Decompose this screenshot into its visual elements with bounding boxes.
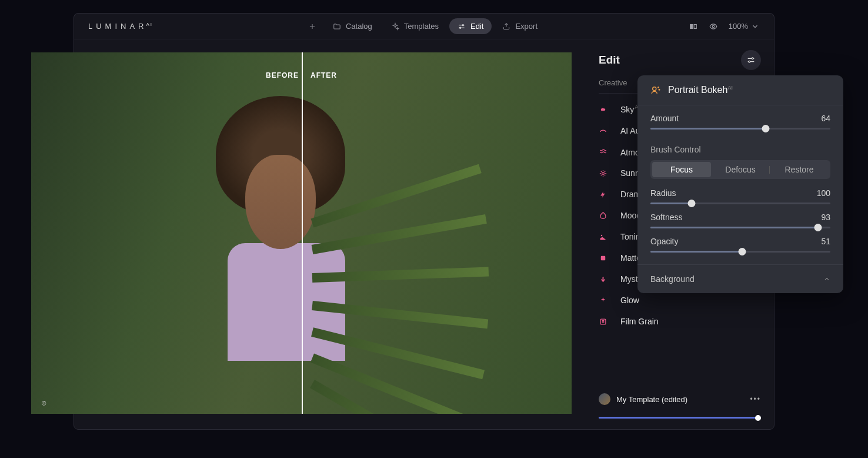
background-label: Background	[650, 274, 695, 284]
svg-point-0	[462, 24, 463, 25]
focus-tab[interactable]: Focus	[652, 162, 711, 177]
foliage	[248, 197, 572, 414]
svg-point-4	[712, 25, 715, 28]
svg-rect-3	[694, 24, 696, 28]
template-more-button[interactable]: •••	[750, 395, 761, 403]
effect-label: SkyAI	[620, 104, 640, 114]
opacity-slider[interactable]	[650, 251, 830, 253]
amount-slider[interactable]	[650, 128, 830, 130]
before-label: BEFORE	[266, 71, 299, 79]
svg-point-13	[659, 89, 660, 91]
template-row: My Template (edited) •••	[599, 386, 761, 419]
popup-header: Portrait BokehAI	[637, 75, 843, 105]
effect-icon	[599, 147, 607, 156]
svg-point-12	[658, 87, 659, 88]
svg-point-7	[602, 172, 605, 174]
effect-item-film-grain[interactable]: Film Grain	[599, 311, 761, 332]
effect-icon	[599, 126, 607, 135]
svg-point-1	[460, 27, 461, 28]
restore-tab[interactable]: Restore	[770, 162, 829, 177]
chevron-down-icon	[750, 22, 760, 31]
templates-tab[interactable]: Templates	[383, 18, 447, 34]
amount-value: 64	[821, 114, 830, 123]
effect-icon	[599, 169, 607, 178]
softness-label: Softness	[650, 213, 682, 222]
top-nav: Catalog Templates Edit Export	[302, 18, 546, 34]
portrait-bokeh-popup: Portrait BokehAI Amount 64 Brush Control…	[637, 75, 843, 293]
chevron-up-icon	[823, 276, 830, 283]
app-logo: LUMINARAI	[88, 22, 153, 31]
svg-rect-9	[601, 256, 606, 261]
export-icon	[502, 22, 510, 31]
edit-tab[interactable]: Edit	[449, 18, 492, 34]
defocus-tab[interactable]: Defocus	[711, 162, 770, 177]
topbar: LUMINARAI Catalog Templates Edit Export	[74, 14, 774, 39]
image-preview[interactable]: BEFORE AFTER ©	[31, 52, 572, 414]
template-name: My Template (edited)	[616, 395, 687, 404]
brush-mode-segment: Focus Defocus Restore	[650, 160, 830, 179]
svg-point-8	[601, 235, 603, 237]
effect-icon	[599, 254, 607, 263]
sliders-icon	[746, 55, 756, 65]
export-label: Export	[515, 22, 538, 31]
export-tab[interactable]: Export	[494, 18, 546, 34]
sparkle-icon	[391, 22, 399, 31]
folder-icon	[333, 22, 341, 31]
plus-icon	[308, 22, 316, 31]
radius-value: 100	[817, 188, 830, 198]
opacity-value: 51	[821, 237, 830, 246]
eye-icon[interactable]	[709, 22, 718, 31]
radius-label: Radius	[650, 188, 676, 198]
effect-icon	[599, 211, 607, 220]
catalog-tab[interactable]: Catalog	[325, 18, 380, 34]
brush-control-label: Brush Control	[637, 141, 843, 160]
panel-title: Edit	[599, 54, 620, 67]
effect-label: Glow	[620, 296, 639, 305]
amount-label: Amount	[650, 114, 679, 123]
effect-icon	[599, 233, 607, 241]
zoom-value: 100%	[729, 22, 748, 31]
before-after-divider[interactable]	[302, 52, 303, 414]
add-button[interactable]	[302, 19, 322, 34]
background-section[interactable]: Background	[637, 264, 843, 293]
softness-slider[interactable]	[650, 227, 830, 228]
top-right-controls: 100%	[689, 22, 760, 31]
amount-slider-row: Amount 64	[650, 114, 830, 130]
popup-title: Portrait BokehAI	[668, 85, 733, 95]
svg-rect-2	[690, 24, 693, 28]
softness-value: 93	[821, 213, 830, 222]
effect-icon	[599, 317, 607, 326]
opacity-label: Opacity	[650, 237, 678, 246]
radius-slider[interactable]	[650, 203, 830, 204]
templates-label: Templates	[404, 22, 439, 31]
copyright-label: ©	[42, 400, 46, 407]
effect-label: Film Grain	[620, 317, 659, 326]
zoom-dropdown[interactable]: 100%	[729, 22, 760, 31]
template-intensity-slider[interactable]	[599, 417, 761, 419]
after-label: AFTER	[311, 71, 337, 79]
catalog-label: Catalog	[346, 22, 372, 31]
compare-icon[interactable]	[689, 22, 698, 31]
svg-point-5	[752, 58, 753, 59]
effect-icon	[599, 296, 607, 305]
panel-settings-button[interactable]	[741, 50, 761, 70]
before-after-labels: BEFORE AFTER	[266, 71, 337, 79]
effect-icon	[599, 275, 607, 284]
template-thumbnail[interactable]	[599, 393, 610, 405]
effect-icon	[599, 105, 607, 114]
effect-icon	[599, 190, 607, 199]
edit-label: Edit	[470, 22, 483, 31]
portrait-bokeh-icon	[650, 85, 661, 95]
svg-point-6	[749, 61, 750, 62]
svg-point-11	[653, 87, 656, 91]
sliders-icon	[458, 22, 466, 31]
